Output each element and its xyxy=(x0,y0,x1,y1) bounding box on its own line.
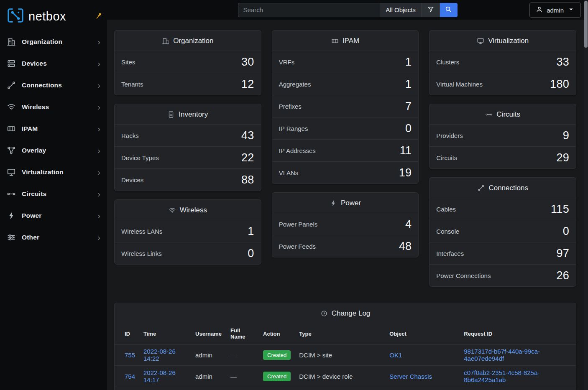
stat-row-racks[interactable]: Racks 43 xyxy=(115,124,261,146)
card-title: Change Log xyxy=(332,309,371,318)
sidebar-item-organization[interactable]: Organization › xyxy=(0,31,107,53)
changelog-object-link[interactable]: OK1 xyxy=(389,352,402,359)
stat-value: 26 xyxy=(556,269,569,282)
stat-row-console[interactable]: Console 0 xyxy=(429,220,576,242)
card-title: Inventory xyxy=(179,110,208,119)
transit-icon xyxy=(7,189,16,199)
column-header-time: Time xyxy=(139,323,191,344)
stat-value: 1 xyxy=(405,77,412,91)
changelog-username: admin xyxy=(191,387,226,390)
stat-value: 115 xyxy=(551,202,569,216)
card-title: Virtualization xyxy=(488,37,529,45)
cards-column-3: Virtualization Clusters 33 Virtual Machi… xyxy=(429,30,576,287)
stat-value: 19 xyxy=(399,166,412,179)
stat-row-virtual-machines[interactable]: Virtual Machines 180 xyxy=(429,73,576,95)
pin-sidebar-icon[interactable] xyxy=(95,12,103,20)
stat-label: Power Panels xyxy=(279,221,318,228)
changelog-time-link[interactable]: 2022-08-26 14:17 xyxy=(143,369,176,383)
counter-icon xyxy=(331,37,339,45)
chevron-right-icon: › xyxy=(97,59,100,68)
stat-row-wireless-lans[interactable]: Wireless LANs 1 xyxy=(115,220,261,242)
stat-row-cables[interactable]: Cables 115 xyxy=(429,198,576,220)
lightning-icon xyxy=(7,211,16,220)
scrollbar-thumb[interactable] xyxy=(584,1,588,48)
changelog-id-link[interactable]: 754 xyxy=(125,373,135,380)
monitor-icon xyxy=(477,37,484,45)
stat-row-device-types[interactable]: Device Types 22 xyxy=(115,146,261,168)
stat-row-interfaces[interactable]: Interfaces 97 xyxy=(429,242,576,264)
stat-value: 22 xyxy=(241,151,254,164)
card-header: Power xyxy=(272,193,419,213)
chevron-right-icon: › xyxy=(97,233,100,242)
window-scrollbar xyxy=(584,0,588,390)
stat-row-vlans[interactable]: VLANs 19 xyxy=(272,161,419,184)
topbar: All Objects admin xyxy=(107,0,588,20)
changelog-request-id-link[interactable]: 9817317d-b67f-440a-99ca-4ae07ede94df xyxy=(464,348,540,362)
stat-row-devices[interactable]: Devices 88 xyxy=(115,168,261,191)
netbox-logo[interactable]: netbox xyxy=(0,0,107,31)
transit-icon xyxy=(485,111,493,118)
sidebar-item-power[interactable]: Power › xyxy=(0,205,107,227)
stat-row-circuits[interactable]: Circuits 29 xyxy=(429,146,576,168)
sidebar-item-virtualization[interactable]: Virtualization › xyxy=(0,161,107,183)
stat-row-prefixes[interactable]: Prefixes 7 xyxy=(272,95,419,117)
filter-button[interactable] xyxy=(422,3,440,17)
stat-value: 0 xyxy=(405,122,412,135)
sidebar-item-other[interactable]: Other › xyxy=(0,227,107,248)
user-menu-label: admin xyxy=(547,7,564,14)
card-title: Power xyxy=(341,199,361,207)
server-icon xyxy=(7,59,16,68)
stat-row-ip-addresses[interactable]: IP Addresses 11 xyxy=(272,139,419,161)
search-submit-button[interactable] xyxy=(440,3,458,17)
stat-label: Circuits xyxy=(436,154,457,161)
stat-row-providers[interactable]: Providers 9 xyxy=(429,124,576,146)
sidebar-item-devices[interactable]: Devices › xyxy=(0,53,107,74)
sidebar-nav: Organization › Devices › Connections › W… xyxy=(0,31,107,248)
card-title: Organization xyxy=(173,37,213,45)
stat-row-wireless-links[interactable]: Wireless Links 0 xyxy=(115,242,261,264)
global-search: All Objects xyxy=(238,3,458,17)
card-header: Change Log xyxy=(115,303,576,323)
stat-value: 0 xyxy=(563,224,569,238)
table-header-row: ID Time Username Full Name Action Type O… xyxy=(115,323,576,344)
sidebar-item-circuits[interactable]: Circuits › xyxy=(0,183,107,205)
stat-value: 30 xyxy=(241,55,254,69)
search-input[interactable] xyxy=(238,3,380,17)
stat-row-tenants[interactable]: Tenants 12 xyxy=(115,73,261,95)
lightning-icon xyxy=(330,199,337,207)
changelog-type: DCIM > module bay template xyxy=(295,387,385,390)
stat-row-sites[interactable]: Sites 30 xyxy=(115,51,261,73)
building-icon xyxy=(7,37,16,46)
stat-row-vrfs[interactable]: VRFs 1 xyxy=(272,51,419,73)
sidebar-item-wireless[interactable]: Wireless › xyxy=(0,96,107,118)
stat-row-clusters[interactable]: Clusters 33 xyxy=(429,51,576,73)
stat-label: Sites xyxy=(121,59,135,66)
stat-row-power-connections[interactable]: Power Connections 26 xyxy=(429,264,576,286)
sidebar-item-ipam[interactable]: IPAM › xyxy=(0,118,107,140)
column-header-type: Type xyxy=(295,323,385,344)
object-type-dropdown[interactable]: All Objects xyxy=(380,3,422,17)
user-menu-button[interactable]: admin xyxy=(529,3,581,18)
graph-icon xyxy=(7,146,16,155)
sidebar-item-connections[interactable]: Connections › xyxy=(0,74,107,96)
chevron-right-icon: › xyxy=(97,81,100,89)
stat-label: Cables xyxy=(436,206,456,213)
caret-down-icon xyxy=(568,6,575,14)
changelog-full-name: — xyxy=(226,344,259,366)
changelog-id-link[interactable]: 755 xyxy=(125,352,135,359)
stat-row-power-panels[interactable]: Power Panels 4 xyxy=(272,213,419,235)
sidebar-item-label: Devices xyxy=(22,60,92,67)
inventory-card: Inventory Racks 43 Device Types 22 Devic… xyxy=(114,104,261,191)
changelog-request-id-link[interactable]: c07f0ab2-2351-4c58-825a-8b6a2425a1ab xyxy=(464,369,539,383)
sidebar-item-label: Other xyxy=(22,234,92,241)
stat-row-power-feeds[interactable]: Power Feeds 48 xyxy=(272,235,419,257)
stats-cards-row: Organization Sites 30 Tenants 12 Invento… xyxy=(114,30,576,287)
stat-row-ip-ranges[interactable]: IP Ranges 0 xyxy=(272,117,419,139)
cable-icon xyxy=(7,81,16,90)
stat-row-aggregates[interactable]: Aggregates 1 xyxy=(272,73,419,95)
stat-label: Devices xyxy=(121,176,143,184)
changelog-time-link[interactable]: 2022-08-26 14:22 xyxy=(143,348,176,362)
changelog-object-link[interactable]: Server Chassis xyxy=(389,373,432,380)
sidebar-item-overlay[interactable]: Overlay › xyxy=(0,140,107,161)
stat-label: VRFs xyxy=(279,59,295,66)
